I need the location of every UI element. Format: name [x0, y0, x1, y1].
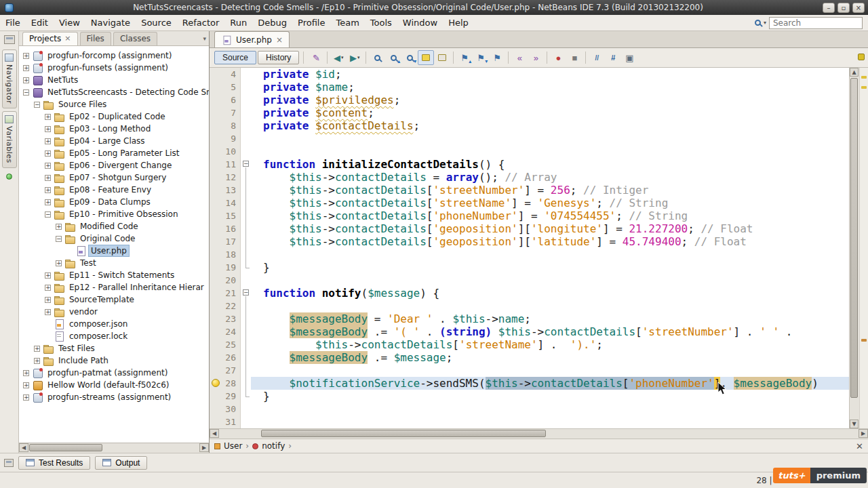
gutter-line-18[interactable]: 18 — [210, 248, 240, 261]
history-view-button[interactable]: History — [258, 51, 299, 64]
expand-icon[interactable]: + — [23, 394, 29, 401]
tree-item-original-code[interactable]: −Original Code — [19, 232, 209, 245]
bottom-button-test-results[interactable]: Test Results — [18, 456, 90, 470]
menu-team[interactable]: Team — [330, 16, 364, 30]
code-line-21[interactable]: function notify($message) { — [251, 287, 849, 300]
gutter-line-22[interactable]: 22 — [210, 300, 240, 312]
code-line-4[interactable]: private $id; — [251, 68, 849, 81]
code-line-11[interactable]: function initializeContactDetails() { — [251, 158, 849, 171]
tree-item-sourcetemplate[interactable]: +SourceTemplate — [19, 293, 209, 306]
code-lines[interactable]: private $id;private $name;private $privi… — [251, 68, 849, 428]
bottom-button-output[interactable]: Output — [95, 456, 147, 470]
tree-item-test-files[interactable]: +Test Files — [19, 342, 209, 354]
code-fold-toggle[interactable]: − — [243, 161, 249, 167]
projects-hscrollbar[interactable]: ◀ ▶ — [19, 443, 209, 453]
code-fold-toggle[interactable]: − — [243, 289, 249, 296]
error-stripe[interactable] — [859, 68, 868, 428]
menu-refactor[interactable]: Refactor — [177, 16, 225, 30]
uncomment-button[interactable]: // — [605, 50, 621, 65]
stop-macro-recording-button[interactable]: ■ — [566, 50, 583, 65]
search-input[interactable] — [769, 17, 863, 29]
hint-bulb-icon[interactable] — [212, 379, 220, 387]
scroll-down-icon[interactable]: ▼ — [850, 420, 859, 428]
breadcrumb-item-user[interactable]: User — [214, 441, 242, 451]
expand-icon[interactable]: + — [34, 358, 40, 364]
menu-file[interactable]: File — [0, 16, 26, 30]
expand-icon[interactable]: + — [45, 126, 51, 132]
menu-help[interactable]: Help — [443, 16, 474, 30]
tree-item-hellow-world-default-f502c6[interactable]: +Hellow World (default-f502c6) — [19, 379, 209, 391]
search-icon[interactable] — [755, 20, 761, 26]
code-line-13[interactable]: $this->contactDetails['streetNumber'] = … — [251, 184, 849, 197]
code-line-16[interactable]: $this->contactDetails['geoposition']['lo… — [251, 222, 849, 235]
error-stripe-mark[interactable] — [861, 86, 867, 89]
gutter-line-7[interactable]: 7 — [210, 106, 240, 119]
editor-tab-userphp[interactable]: User.php × — [214, 31, 290, 47]
gutter-line-11[interactable]: 11 — [210, 158, 240, 171]
gutter-line-29[interactable]: 29 — [210, 390, 240, 403]
editor-hscrollbar[interactable]: ◀ ▶ — [210, 428, 868, 439]
expand-icon[interactable]: + — [45, 199, 51, 205]
dock-window-icon[interactable] — [4, 459, 14, 467]
gutter-line-28[interactable]: 28 — [210, 377, 240, 390]
menu-debug[interactable]: Debug — [252, 16, 292, 30]
gutter-line-19[interactable]: 19 — [210, 261, 240, 274]
code-line-14[interactable]: $this->contactDetails['streetName'] = 'G… — [251, 197, 849, 209]
panel-tab-projects[interactable]: Projects× — [22, 32, 78, 45]
gutter-line-31[interactable]: 31 — [210, 415, 240, 428]
gutter-line-30[interactable]: 30 — [210, 403, 240, 415]
expand-icon[interactable]: + — [45, 187, 51, 193]
tree-item-progfun-forcomp-assignment[interactable]: +progfun-forcomp (assignment) — [19, 49, 209, 62]
gutter-line-24[interactable]: 24 — [210, 325, 240, 338]
collapse-icon[interactable]: − — [56, 236, 62, 242]
gutter-line-14[interactable]: 14 — [210, 197, 240, 209]
gutter-line-4[interactable]: 4 — [210, 68, 240, 81]
expand-icon[interactable]: + — [45, 272, 51, 279]
tree-item-ep06-divergent-change[interactable]: +Ep06 - Divergent Change — [19, 159, 209, 171]
panel-tab-classes[interactable]: Classes — [113, 32, 157, 45]
tree-item-user-php[interactable]: User.php — [19, 245, 209, 257]
toggle-bookmark-button[interactable]: ⚑ — [489, 50, 505, 65]
tree-item-nettuts[interactable]: +NetTuts — [19, 74, 209, 86]
code-editor[interactable]: 4567891011121314151617181920212223242526… — [210, 68, 868, 428]
tree-item-ep09-data-clumps[interactable]: +Ep09 - Data Clumps — [19, 196, 209, 208]
minimize-panel-icon[interactable]: ▾ — [203, 35, 206, 42]
next-bookmark-button[interactable]: ⚑▾ — [473, 50, 489, 65]
menu-source[interactable]: Source — [136, 16, 177, 30]
expand-icon[interactable]: + — [45, 138, 51, 144]
error-stripe-mark[interactable] — [861, 76, 867, 79]
menu-view[interactable]: View — [54, 16, 85, 30]
expand-icon[interactable]: + — [45, 150, 51, 157]
error-stripe-mark[interactable] — [861, 339, 867, 342]
expand-icon[interactable]: + — [45, 114, 51, 120]
code-line-9[interactable] — [251, 132, 849, 145]
tree-item-vendor[interactable]: +vendor — [19, 306, 209, 318]
dock-restore-icon[interactable] — [4, 35, 15, 44]
forward-button[interactable]: ▶▾ — [347, 50, 363, 65]
menu-navigate[interactable]: Navigate — [85, 16, 136, 30]
menu-edit[interactable]: Edit — [26, 16, 54, 30]
tree-item-modified-code[interactable]: +Modified Code — [19, 220, 209, 232]
chevron-down-icon[interactable]: ▾ — [764, 20, 766, 26]
expand-icon[interactable]: + — [34, 346, 40, 352]
code-line-20[interactable] — [251, 274, 849, 287]
code-line-8[interactable]: private $contactDetails; — [251, 119, 849, 132]
collapse-icon[interactable]: − — [34, 102, 40, 108]
code-line-10[interactable] — [251, 145, 849, 158]
close-icon[interactable]: × — [64, 35, 71, 42]
tree-item-ep02-duplicated-code[interactable]: +Ep02 - Duplicated Code — [19, 110, 209, 123]
source-view-button[interactable]: Source — [214, 51, 256, 64]
code-line-12[interactable]: $this->contactDetails = array(); // Arra… — [251, 171, 849, 184]
shift-line-left-button[interactable]: « — [511, 50, 528, 65]
tree-item-source-files[interactable]: −Source Files — [19, 98, 209, 110]
code-line-25[interactable]: $this->contactDetails['streetName'] . ')… — [251, 338, 849, 351]
code-line-19[interactable]: } — [251, 261, 849, 274]
find-previous-occurrence-button[interactable]: ▴ — [385, 50, 401, 65]
expand-icon[interactable]: + — [45, 163, 51, 169]
expand-icon[interactable]: + — [23, 65, 29, 71]
tree-item-ep08-feature-envy[interactable]: +Ep08 - Feature Envy — [19, 184, 209, 196]
gutter-line-27[interactable]: 27 — [210, 364, 240, 377]
back-button[interactable]: ◀▾ — [330, 50, 347, 65]
collapse-icon[interactable]: − — [23, 89, 29, 96]
code-line-6[interactable]: private $priviledges; — [251, 94, 849, 106]
